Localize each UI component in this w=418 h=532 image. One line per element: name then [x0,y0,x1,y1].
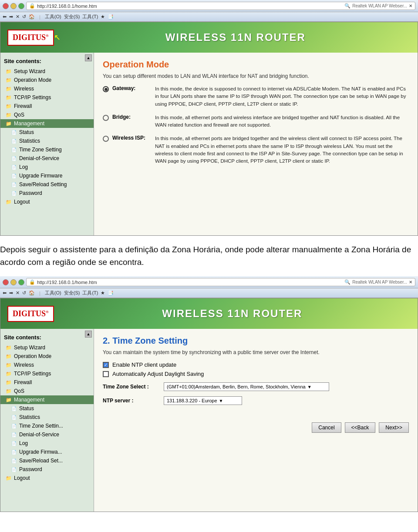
sidebar2-item-logout[interactable]: Logout [0,474,94,482]
max-btn-2[interactable] [18,279,24,285]
timezone-select[interactable]: (GMT+01:00)Amsterdam, Berlin, Bern, Rome… [164,382,329,391]
sidebar-item-statistics[interactable]: Statistics [0,137,94,145]
sidebar2-item-firewall[interactable]: Firewall [0,378,94,387]
sidebar2-item-password[interactable]: Password [0,465,94,474]
folder-icon [6,94,12,100]
address-bar-1[interactable]: 🔒 http://192.168.0.1/home.htm 🔍 Realtek … [26,2,415,10]
page-icon [11,164,17,170]
sidebar-item-operation-mode[interactable]: Operation Mode [0,76,94,84]
radio-bridge[interactable] [103,115,109,121]
ntp-server-label: NTP server : [103,398,159,404]
sidebar-scroll-up[interactable]: ▲ [85,54,92,61]
sidebar-item-dos[interactable]: Denial-of-Service [0,154,94,163]
page-icon [11,190,17,196]
sidebar-item-logout[interactable]: Logout [0,197,94,206]
sidebar-item-firewall[interactable]: Firewall [0,102,94,110]
address-bar-2[interactable]: 🔒 http://192.168.0.1/home.htm 🔍 Realtek … [26,278,415,286]
stop-icon-2[interactable]: ✕ [16,290,20,296]
tools-label[interactable]: 工具(O) [45,13,61,20]
checkbox-ntp[interactable] [103,362,109,368]
home-icon-2[interactable]: 🏠 [29,290,35,296]
sidebar2-item-savereload[interactable]: Save/Reload Set... [0,456,94,465]
star-icon-2[interactable]: ★ [101,290,105,296]
sidebar2-item-operation-mode[interactable]: Operation Mode [0,352,94,361]
sidebar-item-management[interactable]: Management [0,119,94,128]
safety-label[interactable]: 安全(S) [64,13,80,20]
sidebar-item-setup-wizard[interactable]: Setup Wizard [0,67,94,76]
content-area-2: 2. Time Zone Setting You can maintain th… [94,329,418,512]
safety-label-2[interactable]: 安全(S) [64,290,80,296]
forward-icon-2[interactable]: ➡ [9,290,13,296]
ntp-server-select[interactable]: 131.188.3.220 - Europe ▼ [164,396,242,405]
page-icon [11,458,17,464]
browser-window-2: 🔒 http://192.168.0.1/home.htm 🔍 Realtek … [0,276,418,512]
tab-text-2: Realtek WLAN AP Webser... [352,280,407,284]
page-icon [11,181,17,187]
refresh-icon[interactable]: ↺ [22,14,26,20]
back-icon[interactable]: ⬅ [3,14,7,20]
view-label-2[interactable]: 工具(T) [82,290,98,296]
option-wisp: Wireless ISP: In this mode, all ethernet… [103,135,409,165]
browser-chrome-2: 🔒 http://192.168.0.1/home.htm 🔍 Realtek … [0,276,418,298]
sidebar-title-2: Site contents: [0,332,94,343]
cancel-button[interactable]: Cancel [312,422,341,433]
sidebar-item-firmware[interactable]: Upgrade Firmware [0,171,94,180]
checkbox-daylight[interactable] [103,371,109,377]
sidebar-item-wireless[interactable]: Wireless [0,84,94,93]
sidebar2-item-log[interactable]: Log [0,439,94,448]
stop-icon[interactable]: ✕ [16,14,20,20]
next-button[interactable]: Next>> [379,422,409,433]
page-icon [11,138,17,144]
close-tab-icon[interactable]: ✕ [409,3,412,8]
close-btn[interactable] [3,3,9,9]
browser-toolbar-2: ⬅ ➡ ✕ ↺ 🏠 | 工具(O) 安全(S) 工具(T) ★ 📑 [0,288,418,298]
sidebar-item-qos[interactable]: QoS [0,110,94,119]
sidebar-item-status[interactable]: Status [0,128,94,137]
star-icon[interactable]: ★ [101,14,105,20]
close-btn-2[interactable] [3,279,9,285]
option-wisp-label: Wireless ISP: [112,135,152,141]
view-label[interactable]: 工具(T) [82,13,98,20]
sidebar-item-tcpip[interactable]: TCP/IP Settings [0,93,94,102]
sidebar2-item-management[interactable]: Management [0,395,94,404]
option-gateway-label: Gateway: [112,85,152,91]
radio-wisp[interactable] [103,136,109,142]
refresh-icon-2[interactable]: ↺ [22,290,26,296]
sidebar2-item-wireless[interactable]: Wireless [0,361,94,369]
min-btn-2[interactable] [10,279,17,285]
sidebar2-item-qos[interactable]: QoS [0,387,94,395]
sidebar2-item-timezone[interactable]: Time Zone Settin... [0,422,94,430]
folder-icon [6,77,12,83]
back-icon-2[interactable]: ⬅ [3,290,7,296]
sidebar-item-password[interactable]: Password [0,189,94,197]
folder-icon [6,388,12,394]
max-btn[interactable] [18,3,24,9]
option-bridge-desc: In this mode, all ethernet ports and wir… [155,114,409,129]
router-page-2: DIGITUS® WIRELESS 11N ROUTER ▲ Site cont… [0,298,418,512]
sidebar-item-log[interactable]: Log [0,163,94,171]
bookmark-icon[interactable]: 📑 [108,14,114,20]
search-icon-2: 🔍 [344,279,351,285]
tools-label-2[interactable]: 工具(O) [45,290,61,296]
bookmark-icon-2[interactable]: 📑 [108,290,114,296]
close-tab-icon-2[interactable]: ✕ [409,280,412,284]
sidebar2-item-statistics[interactable]: Statistics [0,413,94,422]
sidebar-item-savereload[interactable]: Save/Reload Setting [0,180,94,189]
min-btn[interactable] [10,3,17,9]
timezone-label: Time Zone Select : [103,384,159,390]
back-button[interactable]: <<Back [345,422,376,433]
router-title-1: WIRELESS 11N ROUTER [61,31,411,43]
sidebar2-item-dos[interactable]: Denial-of-Service [0,430,94,439]
page-icon [11,432,17,438]
sidebar2-item-firmware[interactable]: Upgrade Firmwa... [0,448,94,456]
radio-gateway[interactable] [103,86,109,92]
forward-icon[interactable]: ➡ [9,14,13,20]
sidebar2-item-tcpip[interactable]: TCP/IP Settings [0,369,94,378]
sidebar-item-timezone[interactable]: Time Zone Setting [0,145,94,154]
sidebar2-item-setup-wizard[interactable]: Setup Wizard [0,343,94,352]
sidebar-scroll-up-2[interactable]: ▲ [85,331,92,338]
home-icon[interactable]: 🏠 [29,14,35,20]
router-header-1: DIGITUS® ↖ WIRELESS 11N ROUTER [0,22,418,53]
sidebar2-item-status[interactable]: Status [0,404,94,413]
folder-icon [6,475,12,481]
